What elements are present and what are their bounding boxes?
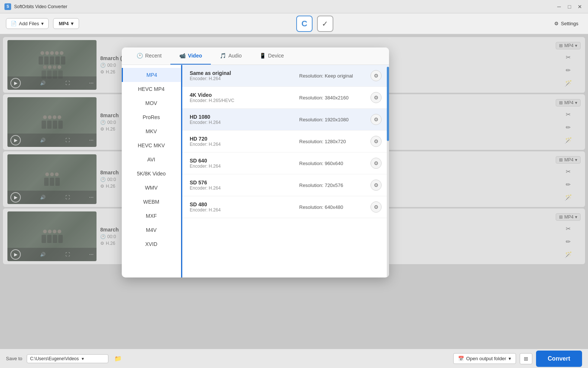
preset-name: 4K Video <box>190 92 295 98</box>
format-item-label: HEVC MKV <box>138 142 165 148</box>
video-tab-label: Video <box>188 53 202 59</box>
app-icon: S <box>4 3 11 10</box>
preset-encoder: Encoder: H.264 <box>190 164 295 169</box>
format-item-mp4[interactable]: MP4 <box>122 68 181 82</box>
tab-video[interactable]: 📹 Video <box>170 47 211 65</box>
preset-resolution: Resolution: 1920x1080 <box>299 117 366 122</box>
format-item-prores[interactable]: ProRes <box>122 110 181 124</box>
preset-settings-button[interactable]: ⚙ <box>370 114 382 125</box>
tab-recent[interactable]: 🕐 Recent <box>128 47 170 65</box>
minimize-button[interactable]: ─ <box>555 3 563 10</box>
toolbar: 📄 Add Files ▾ MP4 ▾ C ✓ ⚙ Settings <box>0 13 588 34</box>
preset-item-4k[interactable]: 4K Video Encoder: H.265/HEVC Resolution:… <box>182 87 389 109</box>
preset-info: 4K Video Encoder: H.265/HEVC <box>190 92 295 103</box>
toolbar-right: ⚙ Settings <box>551 19 582 29</box>
toolbar-center: C ✓ <box>84 16 546 32</box>
tab-device[interactable]: 📱 Device <box>251 47 293 65</box>
open-output-chevron: ▾ <box>509 356 511 361</box>
audio-tab-label: Audio <box>228 53 242 59</box>
grid-view-button[interactable]: ⊞ <box>520 353 532 364</box>
preset-item-hd720[interactable]: HD 720 Encoder: H.264 Resolution: 1280x7… <box>182 131 389 152</box>
preset-info: HD 720 Encoder: H.264 <box>190 136 295 147</box>
save-to-label: Save to <box>6 356 22 361</box>
bottom-right: 📅 Open output folder ▾ ⊞ Convert <box>453 351 582 367</box>
preset-item-sd640[interactable]: SD 640 Encoder: H.264 Resolution: 960x64… <box>182 152 389 174</box>
preset-resolution: Resolution: 960x640 <box>299 161 366 166</box>
format-item-label: 5K/8K Video <box>137 171 166 177</box>
preset-settings-button[interactable]: ⚙ <box>370 201 382 213</box>
preset-info: Same as original Encoder: H.264 <box>190 70 295 81</box>
format-button[interactable]: MP4 ▾ <box>53 18 79 29</box>
open-output-label: Open output folder <box>466 356 506 361</box>
preset-info: SD 576 Encoder: H.264 <box>190 180 295 191</box>
maximize-button[interactable]: □ <box>566 3 573 10</box>
format-item-label: AVI <box>147 157 156 162</box>
format-item-label: M4V <box>146 227 157 233</box>
preset-resolution: Resolution: 720x576 <box>299 183 366 188</box>
preset-item-sd576[interactable]: SD 576 Encoder: H.264 Resolution: 720x57… <box>182 174 389 196</box>
convert-c-icon: C <box>301 19 307 29</box>
tab-audio[interactable]: 🎵 Audio <box>211 47 251 65</box>
format-item-label: HEVC MP4 <box>138 86 165 92</box>
check-mark-icon: ✓ <box>322 19 328 28</box>
preset-name: HD 720 <box>190 136 295 142</box>
calendar-icon: 📅 <box>458 356 464 361</box>
format-item-mxf[interactable]: MXF <box>122 209 181 223</box>
preset-settings-button[interactable]: ⚙ <box>370 92 382 103</box>
title-bar: S SoftOrbits Video Converter ─ □ ✕ <box>0 0 588 13</box>
main-content: ▶ 🔊 ⛶ ⋯ 8march (1).mp4 ℹ 🕐 00:0 ⚙ H.26 ➜ <box>0 34 588 349</box>
preset-name: SD 480 <box>190 201 295 207</box>
convert-icon-button[interactable]: C <box>296 16 313 32</box>
preset-item-same-as-original[interactable]: Same as original Encoder: H.264 Resoluti… <box>182 65 389 87</box>
add-files-button[interactable]: 📄 Add Files ▾ <box>6 18 49 29</box>
preset-settings-button[interactable]: ⚙ <box>370 158 382 169</box>
format-item-avi[interactable]: AVI <box>122 152 181 167</box>
format-item-label: WMV <box>145 185 157 191</box>
preset-resolution: Resolution: 3840x2160 <box>299 95 366 101</box>
save-to-path[interactable]: C:\Users\Eugene\Videos ▾ <box>27 354 108 363</box>
format-item-m4v[interactable]: M4V <box>122 223 181 237</box>
modal-scrollbar[interactable] <box>387 67 389 277</box>
browse-folder-button[interactable]: 📁 <box>113 354 123 364</box>
open-output-button[interactable]: 📅 Open output folder ▾ <box>453 353 516 364</box>
modal-overlay: 🕐 Recent 📹 Video 🎵 Audio 📱 Device <box>0 34 588 349</box>
format-item-label: WEBM <box>143 199 160 205</box>
format-item-label: MP4 <box>147 72 157 78</box>
format-item-wmv[interactable]: WMV <box>122 181 181 195</box>
format-item-webm[interactable]: WEBM <box>122 195 181 209</box>
format-item-5k8k[interactable]: 5K/8K Video <box>122 167 181 181</box>
recent-tab-label: Recent <box>145 53 161 59</box>
preset-settings-button[interactable]: ⚙ <box>370 70 382 81</box>
format-item-mov[interactable]: MOV <box>122 96 181 110</box>
check-icon-button[interactable]: ✓ <box>317 16 333 32</box>
convert-label: Convert <box>548 355 570 362</box>
settings-label: Settings <box>561 21 578 26</box>
title-bar-left: S SoftOrbits Video Converter <box>4 3 67 10</box>
device-tab-icon: 📱 <box>259 53 266 59</box>
preset-encoder: Encoder: H.264 <box>190 120 295 125</box>
format-item-label: XVID <box>145 241 157 247</box>
preset-info: SD 480 Encoder: H.264 <box>190 201 295 213</box>
settings-button[interactable]: ⚙ Settings <box>551 19 582 29</box>
device-tab-label: Device <box>268 53 284 59</box>
format-item-label: ProRes <box>143 114 160 120</box>
preset-settings-button[interactable]: ⚙ <box>370 136 382 147</box>
preset-info: HD 1080 Encoder: H.264 <box>190 114 295 125</box>
preset-encoder: Encoder: H.264 <box>190 185 295 191</box>
format-item-label: MOV <box>146 100 157 106</box>
preset-settings-button[interactable]: ⚙ <box>370 180 382 191</box>
format-item-hevc-mp4[interactable]: HEVC MP4 <box>122 82 181 96</box>
video-tab-icon: 📹 <box>179 53 186 59</box>
format-item-xvid[interactable]: XVID <box>122 237 181 251</box>
modal-scrollbar-thumb <box>387 67 389 141</box>
preset-name: Same as original <box>190 70 295 76</box>
preset-item-sd480[interactable]: SD 480 Encoder: H.264 Resolution: 640x48… <box>182 196 389 218</box>
close-button[interactable]: ✕ <box>576 3 584 10</box>
preset-item-hd1080[interactable]: HD 1080 Encoder: H.264 Resolution: 1920x… <box>182 109 389 131</box>
format-chevron: ▾ <box>71 21 74 26</box>
format-item-mkv[interactable]: MKV <box>122 124 181 138</box>
add-files-chevron: ▾ <box>41 21 44 26</box>
convert-button[interactable]: Convert <box>536 351 582 367</box>
preset-resolution: Resolution: 1280x720 <box>299 139 366 144</box>
format-item-hevc-mkv[interactable]: HEVC MKV <box>122 138 181 152</box>
